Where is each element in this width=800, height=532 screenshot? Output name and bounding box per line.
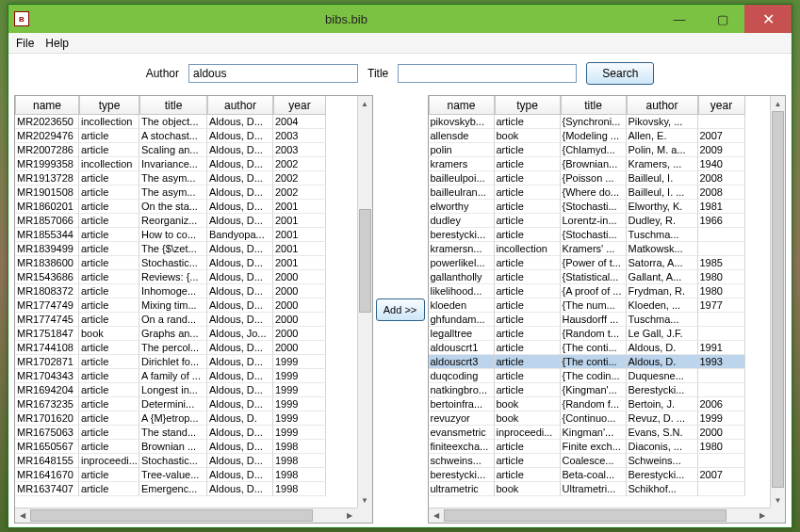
- table-row[interactable]: MR1641670articleTree-value...Aldous, D..…: [15, 468, 357, 482]
- table-row[interactable]: MR1701620articleA {M}etrop...Aldous, D.1…: [15, 411, 357, 426]
- table-row[interactable]: MR1637407articleEmergenc...Aldous, D...1…: [15, 482, 357, 496]
- table-row[interactable]: MR1744108articleThe percol...Aldous, D..…: [15, 341, 357, 355]
- scroll-right-icon[interactable]: ▶: [755, 508, 770, 523]
- table-row[interactable]: MR1543686articleReviews: {...Aldous, D..…: [15, 270, 357, 284]
- table-row[interactable]: dudleyarticleLorentz-in...Dudley, R.1966: [429, 214, 771, 228]
- column-header-year[interactable]: year: [273, 96, 326, 115]
- minimize-button[interactable]: —: [658, 5, 701, 33]
- right-hscrollbar[interactable]: ◀ ▶: [429, 508, 771, 523]
- scroll-down-icon[interactable]: ▼: [771, 492, 785, 508]
- table-row[interactable]: MR2023650incollectionThe object...Aldous…: [15, 115, 357, 129]
- table-row[interactable]: gallanthollyarticle{Statistical...Gallan…: [429, 270, 771, 284]
- table-row[interactable]: MR1839499articleThe {$\zet...Aldous, D..…: [15, 242, 357, 256]
- menu-file[interactable]: File: [16, 37, 34, 50]
- table-row[interactable]: aldouscrt1article{The conti...Aldous, D.…: [429, 341, 771, 355]
- table-row[interactable]: ultrametricbookUltrametri...Schikhof...: [429, 482, 771, 496]
- cell-author: Evans, S.N.: [627, 426, 698, 440]
- left-hscroll-thumb[interactable]: [30, 509, 313, 522]
- menu-help[interactable]: Help: [45, 37, 69, 50]
- table-row[interactable]: MR1860201articleOn the sta...Aldous, D..…: [15, 200, 357, 214]
- table-row[interactable]: polinarticle{Chlamyd...Polin, M. a...200…: [429, 143, 771, 157]
- scroll-left-icon[interactable]: ◀: [429, 508, 444, 523]
- table-row[interactable]: MR1901508articleThe asym...Aldous, D...2…: [15, 185, 357, 200]
- titlebar[interactable]: B bibs.bib — ▢ ✕: [8, 5, 792, 33]
- table-row[interactable]: berestycki...articleBeta-coal...Berestyc…: [429, 468, 771, 482]
- table-row[interactable]: kloedenarticle{The num...Kloeden, ...197…: [429, 298, 771, 313]
- column-header-author[interactable]: author: [627, 96, 698, 115]
- table-row[interactable]: MR1999358incollectionInvariance...Aldous…: [15, 157, 357, 171]
- cell-type: article: [79, 185, 139, 200]
- right-hscroll-thumb[interactable]: [444, 509, 727, 522]
- table-row[interactable]: kramersn...incollectionKramers' ...Matko…: [429, 242, 771, 256]
- table-row[interactable]: elworthyarticle{Stochasti...Elworthy, K.…: [429, 200, 771, 214]
- table-row[interactable]: MR1673235articleDetermini...Aldous, D...…: [15, 397, 357, 411]
- table-row[interactable]: schweins...articleCoalesce...Schweins...: [429, 454, 771, 468]
- table-row[interactable]: MR1694204articleLongest in...Aldous, D..…: [15, 383, 357, 397]
- right-vscrollbar[interactable]: ▲ ▼: [770, 96, 785, 508]
- column-header-name[interactable]: name: [15, 96, 79, 115]
- table-row[interactable]: MR1704343articleA family of ...Aldous, D…: [15, 369, 357, 383]
- cell-type: book: [79, 327, 139, 341]
- search-button[interactable]: Search: [586, 62, 654, 85]
- table-row[interactable]: pikovskyb...article{Synchroni...Pikovsky…: [429, 115, 771, 129]
- table-row[interactable]: bailleulran...article{Where do...Bailleu…: [429, 185, 771, 200]
- table-row[interactable]: MR1648155inproceedi...Stochastic...Aldou…: [15, 454, 357, 468]
- left-hscrollbar[interactable]: ◀ ▶: [15, 508, 357, 523]
- column-header-name[interactable]: name: [429, 96, 495, 115]
- table-row[interactable]: MR1857066articleReorganiz...Aldous, D...…: [15, 214, 357, 228]
- table-row[interactable]: revuzyorbook{Continuo...Revuz, D. ...199…: [429, 411, 771, 426]
- column-header-type[interactable]: type: [79, 96, 139, 115]
- cell-year: 1999: [273, 383, 326, 397]
- title-input[interactable]: [398, 64, 577, 83]
- scroll-up-icon[interactable]: ▲: [358, 96, 372, 111]
- table-row[interactable]: allensdebook{Modeling ...Allen, E.2007: [429, 129, 771, 143]
- table-row[interactable]: MR1650567articleBrownian ...Aldous, D...…: [15, 440, 357, 454]
- scroll-right-icon[interactable]: ▶: [342, 508, 357, 523]
- table-row[interactable]: MR1751847bookGraphs an...Aldous, Jo...20…: [15, 327, 357, 341]
- table-row[interactable]: kramersarticle{Brownian...Kramers, ...19…: [429, 157, 771, 171]
- left-vscroll-thumb[interactable]: [359, 209, 371, 313]
- right-vscroll-thumb[interactable]: [772, 111, 784, 488]
- left-table[interactable]: nametypetitleauthoryearMR2023650incollec…: [15, 96, 357, 508]
- cell-type: article: [495, 327, 561, 341]
- table-row[interactable]: MR1675063articleThe stand...Aldous, D...…: [15, 426, 357, 440]
- cell-title: A stochast...: [139, 129, 207, 143]
- table-row[interactable]: evansmetricinproceedi...Kingman'...Evans…: [429, 426, 771, 440]
- column-header-year[interactable]: year: [698, 96, 745, 115]
- table-row[interactable]: aldouscrt3article{The conti...Aldous, D.…: [429, 355, 771, 369]
- table-row[interactable]: MR2007286articleScaling an...Aldous, D..…: [15, 143, 357, 157]
- cell-title: {Statistical...: [561, 270, 627, 284]
- table-row[interactable]: MR1838600articleStochastic...Aldous, D..…: [15, 256, 357, 270]
- table-row[interactable]: MR2029476articleA stochast...Aldous, D..…: [15, 129, 357, 143]
- table-row[interactable]: MR1855344articleHow to co...Bandyopa...2…: [15, 228, 357, 242]
- table-row[interactable]: powerlikel...article{Power of t...Satorr…: [429, 256, 771, 270]
- table-row[interactable]: ghfundam...articleHausdorff ...Tuschma..…: [429, 313, 771, 327]
- cell-type: incollection: [79, 157, 139, 171]
- table-row[interactable]: MR1808372articleInhomoge...Aldous, D...2…: [15, 284, 357, 298]
- table-row[interactable]: likelihood...article{A proof of ...Frydm…: [429, 284, 771, 298]
- left-vscrollbar[interactable]: ▲ ▼: [357, 96, 372, 508]
- table-row[interactable]: bertoinfra...book{Random f...Bertoin, J.…: [429, 397, 771, 411]
- column-header-type[interactable]: type: [495, 96, 561, 115]
- table-row[interactable]: finiteexcha...articleFinite exch...Diaco…: [429, 440, 771, 454]
- table-row[interactable]: MR1702871articleDirichlet fo...Aldous, D…: [15, 355, 357, 369]
- table-row[interactable]: MR1913728articleThe asym...Aldous, D...2…: [15, 171, 357, 185]
- table-row[interactable]: MR1774745articleOn a rand...Aldous, D...…: [15, 313, 357, 327]
- column-header-author[interactable]: author: [207, 96, 273, 115]
- right-table[interactable]: nametypetitleauthoryearpikovskyb...artic…: [429, 96, 771, 508]
- maximize-button[interactable]: ▢: [701, 5, 744, 33]
- scroll-down-icon[interactable]: ▼: [358, 492, 372, 508]
- column-header-title[interactable]: title: [561, 96, 627, 115]
- author-input[interactable]: [188, 64, 358, 83]
- add-button[interactable]: Add >>: [376, 298, 425, 321]
- table-row[interactable]: MR1774749articleMixing tim...Aldous, D..…: [15, 298, 357, 313]
- table-row[interactable]: natkingbro...article{Kingman'...Berestyc…: [429, 383, 771, 397]
- column-header-title[interactable]: title: [139, 96, 207, 115]
- scroll-up-icon[interactable]: ▲: [771, 96, 785, 111]
- table-row[interactable]: berestycki...article{Stochasti...Tuschma…: [429, 228, 771, 242]
- table-row[interactable]: bailleulpoi...article{Poisson ...Bailleu…: [429, 171, 771, 185]
- close-button[interactable]: ✕: [744, 5, 792, 33]
- table-row[interactable]: duqcodingarticle{The codin...Duquesne...: [429, 369, 771, 383]
- scroll-left-icon[interactable]: ◀: [15, 508, 30, 523]
- table-row[interactable]: legalltreearticle{Random t...Le Gall, J.…: [429, 327, 771, 341]
